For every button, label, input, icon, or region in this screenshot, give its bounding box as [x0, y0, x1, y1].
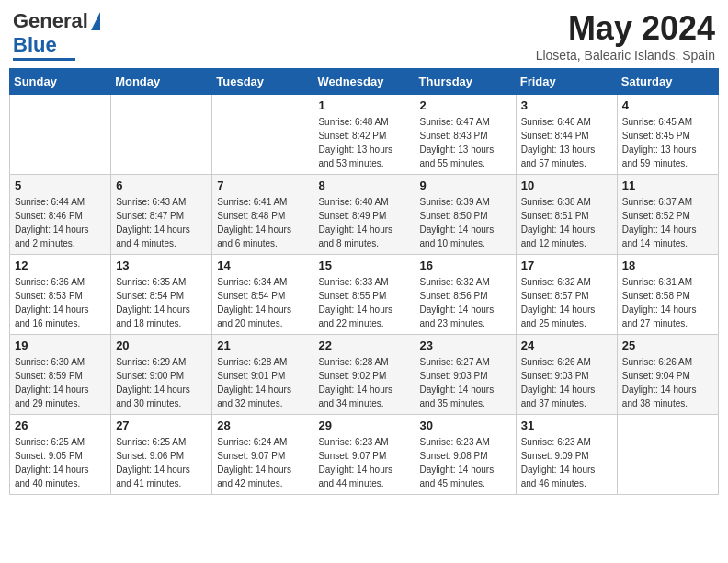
day-info: Sunrise: 6:30 AM Sunset: 8:59 PM Dayligh…	[15, 355, 106, 410]
calendar-day-cell: 16Sunrise: 6:32 AM Sunset: 8:56 PM Dayli…	[415, 255, 516, 335]
day-number: 26	[15, 419, 106, 432]
calendar-day-cell: 24Sunrise: 6:26 AM Sunset: 9:03 PM Dayli…	[516, 335, 617, 415]
day-number: 31	[521, 419, 612, 432]
day-number: 13	[116, 259, 207, 272]
day-info: Sunrise: 6:23 AM Sunset: 9:07 PM Dayligh…	[318, 435, 409, 490]
title-section: May 2024 Lloseta, Balearic Islands, Spai…	[536, 9, 715, 63]
day-info: Sunrise: 6:47 AM Sunset: 8:43 PM Dayligh…	[420, 115, 511, 170]
calendar-day-cell: 28Sunrise: 6:24 AM Sunset: 9:07 PM Dayli…	[212, 415, 313, 495]
day-number: 1	[318, 98, 409, 112]
day-of-week-header: Friday	[516, 69, 617, 95]
day-of-week-header: Tuesday	[212, 69, 313, 95]
calendar-day-cell	[212, 95, 313, 175]
day-number: 15	[318, 259, 409, 272]
calendar-day-cell: 21Sunrise: 6:28 AM Sunset: 9:01 PM Dayli…	[212, 335, 313, 415]
calendar-day-cell: 5Sunrise: 6:44 AM Sunset: 8:46 PM Daylig…	[10, 175, 111, 255]
day-number: 19	[15, 339, 106, 352]
day-number: 2	[420, 98, 511, 112]
day-number: 12	[15, 259, 106, 272]
calendar-day-cell: 19Sunrise: 6:30 AM Sunset: 8:59 PM Dayli…	[10, 335, 111, 415]
day-number: 9	[420, 178, 511, 192]
day-number: 21	[217, 339, 308, 352]
day-number: 3	[521, 98, 612, 112]
logo-underline	[13, 58, 75, 61]
day-number: 8	[318, 178, 409, 192]
calendar-table: SundayMondayTuesdayWednesdayThursdayFrid…	[9, 68, 719, 495]
calendar-day-cell: 9Sunrise: 6:39 AM Sunset: 8:50 PM Daylig…	[415, 175, 516, 255]
calendar-day-cell	[10, 95, 111, 175]
calendar-day-cell: 18Sunrise: 6:31 AM Sunset: 8:58 PM Dayli…	[617, 255, 718, 335]
calendar-week-row: 12Sunrise: 6:36 AM Sunset: 8:53 PM Dayli…	[10, 255, 719, 335]
calendar-day-cell: 1Sunrise: 6:48 AM Sunset: 8:42 PM Daylig…	[313, 95, 415, 175]
day-info: Sunrise: 6:40 AM Sunset: 8:49 PM Dayligh…	[318, 195, 409, 250]
day-info: Sunrise: 6:34 AM Sunset: 8:54 PM Dayligh…	[217, 275, 308, 330]
calendar-day-cell: 13Sunrise: 6:35 AM Sunset: 8:54 PM Dayli…	[111, 255, 212, 335]
day-info: Sunrise: 6:28 AM Sunset: 9:02 PM Dayligh…	[318, 355, 409, 410]
day-info: Sunrise: 6:29 AM Sunset: 9:00 PM Dayligh…	[116, 355, 207, 410]
day-number: 23	[420, 339, 511, 352]
day-info: Sunrise: 6:32 AM Sunset: 8:57 PM Dayligh…	[521, 275, 612, 330]
calendar-day-cell: 6Sunrise: 6:43 AM Sunset: 8:47 PM Daylig…	[111, 175, 212, 255]
day-of-week-header: Monday	[111, 69, 212, 95]
calendar-day-cell: 8Sunrise: 6:40 AM Sunset: 8:49 PM Daylig…	[313, 175, 415, 255]
day-number: 4	[622, 98, 713, 112]
day-info: Sunrise: 6:38 AM Sunset: 8:51 PM Dayligh…	[521, 195, 612, 250]
day-number: 29	[318, 419, 409, 432]
calendar-week-row: 1Sunrise: 6:48 AM Sunset: 8:42 PM Daylig…	[10, 95, 719, 175]
day-info: Sunrise: 6:37 AM Sunset: 8:52 PM Dayligh…	[622, 195, 713, 250]
calendar-day-cell: 31Sunrise: 6:23 AM Sunset: 9:09 PM Dayli…	[516, 415, 617, 495]
day-number: 5	[15, 178, 106, 192]
calendar-day-cell: 12Sunrise: 6:36 AM Sunset: 8:53 PM Dayli…	[10, 255, 111, 335]
day-number: 25	[622, 339, 713, 352]
calendar-day-cell: 25Sunrise: 6:26 AM Sunset: 9:04 PM Dayli…	[617, 335, 718, 415]
day-number: 16	[420, 259, 511, 272]
logo-general-text: General	[13, 9, 88, 33]
logo: General Blue	[13, 9, 100, 61]
calendar-day-cell	[111, 95, 212, 175]
logo-triangle-icon	[91, 12, 100, 30]
calendar-day-cell: 27Sunrise: 6:25 AM Sunset: 9:06 PM Dayli…	[111, 415, 212, 495]
day-info: Sunrise: 6:33 AM Sunset: 8:55 PM Dayligh…	[318, 275, 409, 330]
day-of-week-header: Sunday	[10, 69, 111, 95]
calendar-day-cell: 22Sunrise: 6:28 AM Sunset: 9:02 PM Dayli…	[313, 335, 415, 415]
calendar-day-cell: 3Sunrise: 6:46 AM Sunset: 8:44 PM Daylig…	[516, 95, 617, 175]
calendar-day-cell: 2Sunrise: 6:47 AM Sunset: 8:43 PM Daylig…	[415, 95, 516, 175]
day-info: Sunrise: 6:44 AM Sunset: 8:46 PM Dayligh…	[15, 195, 106, 250]
calendar-day-cell: 20Sunrise: 6:29 AM Sunset: 9:00 PM Dayli…	[111, 335, 212, 415]
subtitle: Lloseta, Balearic Islands, Spain	[536, 48, 715, 63]
calendar-week-row: 19Sunrise: 6:30 AM Sunset: 8:59 PM Dayli…	[10, 335, 719, 415]
day-number: 10	[521, 178, 612, 192]
day-info: Sunrise: 6:26 AM Sunset: 9:04 PM Dayligh…	[622, 355, 713, 410]
day-info: Sunrise: 6:27 AM Sunset: 9:03 PM Dayligh…	[420, 355, 511, 410]
day-info: Sunrise: 6:24 AM Sunset: 9:07 PM Dayligh…	[217, 435, 308, 490]
day-number: 14	[217, 259, 308, 272]
day-info: Sunrise: 6:48 AM Sunset: 8:42 PM Dayligh…	[318, 115, 409, 170]
page-header: General Blue May 2024 Lloseta, Balearic …	[9, 9, 719, 63]
day-info: Sunrise: 6:45 AM Sunset: 8:45 PM Dayligh…	[622, 115, 713, 170]
day-info: Sunrise: 6:25 AM Sunset: 9:06 PM Dayligh…	[116, 435, 207, 490]
day-number: 18	[622, 259, 713, 272]
day-info: Sunrise: 6:28 AM Sunset: 9:01 PM Dayligh…	[217, 355, 308, 410]
day-info: Sunrise: 6:26 AM Sunset: 9:03 PM Dayligh…	[521, 355, 612, 410]
calendar-week-row: 26Sunrise: 6:25 AM Sunset: 9:05 PM Dayli…	[10, 415, 719, 495]
day-info: Sunrise: 6:25 AM Sunset: 9:05 PM Dayligh…	[15, 435, 106, 490]
day-info: Sunrise: 6:23 AM Sunset: 9:09 PM Dayligh…	[521, 435, 612, 490]
day-info: Sunrise: 6:36 AM Sunset: 8:53 PM Dayligh…	[15, 275, 106, 330]
day-info: Sunrise: 6:31 AM Sunset: 8:58 PM Dayligh…	[622, 275, 713, 330]
day-number: 20	[116, 339, 207, 352]
day-of-week-header: Saturday	[617, 69, 718, 95]
day-info: Sunrise: 6:23 AM Sunset: 9:08 PM Dayligh…	[420, 435, 511, 490]
calendar-day-cell: 29Sunrise: 6:23 AM Sunset: 9:07 PM Dayli…	[313, 415, 415, 495]
day-number: 28	[217, 419, 308, 432]
day-number: 24	[521, 339, 612, 352]
day-number: 30	[420, 419, 511, 432]
logo-blue-text: Blue	[13, 33, 57, 57]
day-number: 6	[116, 178, 207, 192]
main-title: May 2024	[536, 9, 715, 48]
calendar-header-row: SundayMondayTuesdayWednesdayThursdayFrid…	[10, 69, 719, 95]
calendar-day-cell: 7Sunrise: 6:41 AM Sunset: 8:48 PM Daylig…	[212, 175, 313, 255]
day-number: 7	[217, 178, 308, 192]
day-number: 11	[622, 178, 713, 192]
calendar-day-cell: 23Sunrise: 6:27 AM Sunset: 9:03 PM Dayli…	[415, 335, 516, 415]
day-info: Sunrise: 6:46 AM Sunset: 8:44 PM Dayligh…	[521, 115, 612, 170]
